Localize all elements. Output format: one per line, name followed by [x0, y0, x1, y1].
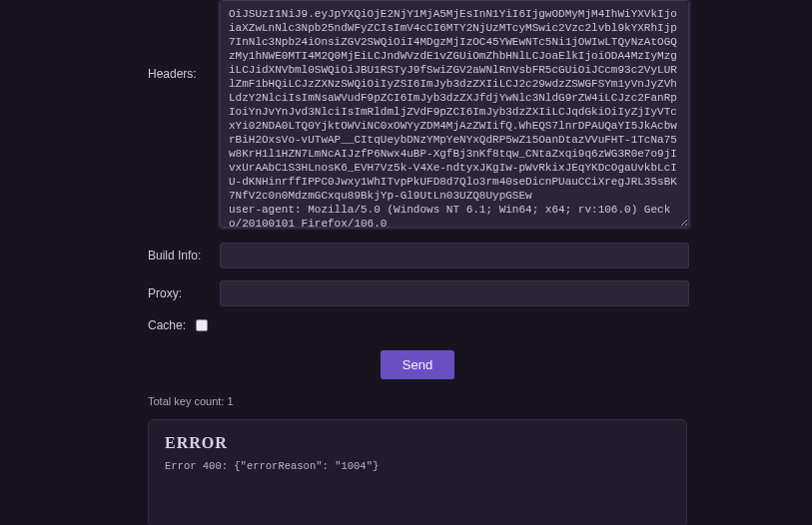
build-info-label: Build Info: [148, 243, 220, 262]
proxy-label: Proxy: [148, 280, 220, 300]
proxy-input[interactable] [220, 280, 689, 306]
send-area: Send [148, 350, 687, 379]
error-body: Error 400: {"errorReason": "1004"} [165, 460, 670, 472]
headers-row: Headers: [148, 0, 687, 231]
error-title: ERROR [165, 434, 670, 452]
error-card: ERROR Error 400: {"errorReason": "1004"} [148, 419, 687, 525]
headers-textarea[interactable] [220, 0, 689, 228]
total-key-count: Total key count: 1 [148, 395, 687, 407]
send-button[interactable]: Send [381, 350, 454, 379]
headers-label: Headers: [148, 0, 220, 81]
cache-row: Cache: [148, 318, 687, 332]
build-info-row: Build Info: [148, 243, 687, 268]
build-info-input[interactable] [220, 243, 689, 268]
cache-label: Cache: [148, 318, 196, 332]
cache-checkbox[interactable] [196, 319, 208, 331]
proxy-row: Proxy: [148, 280, 687, 306]
